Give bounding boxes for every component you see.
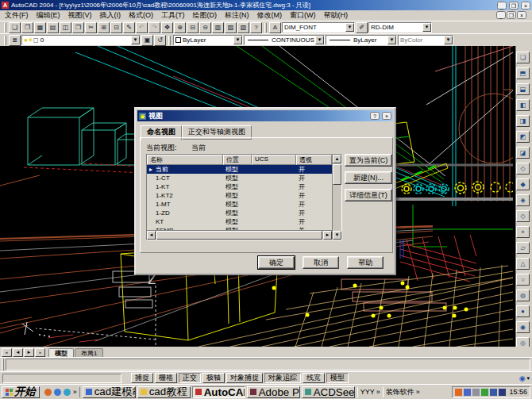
menu-item[interactable]: 绘图(D): [189, 10, 222, 21]
open-file-button[interactable]: ❐: [21, 22, 33, 33]
taskbar-toolbar[interactable]: 装饰软件»: [383, 387, 422, 397]
toolbar-overflow-icon[interactable]: »: [376, 388, 380, 396]
chevron-down-icon[interactable]: ▼: [345, 23, 354, 32]
column-perspective[interactable]: 透视: [296, 155, 332, 165]
gouraud-shaded-button[interactable]: ●: [516, 305, 530, 317]
status-toggle-button[interactable]: 极轴: [202, 373, 225, 383]
redo-button[interactable]: ↷: [148, 22, 160, 33]
toolbar-grip[interactable]: [264, 23, 267, 33]
left-view-button[interactable]: ◧: [516, 99, 530, 111]
toolbar-grip[interactable]: [168, 36, 171, 45]
command-line-grip[interactable]: [2, 359, 4, 370]
linetype-combo[interactable]: CONTINUOUS ▼: [244, 35, 325, 45]
sheet-tab[interactable]: 布局1: [75, 348, 103, 357]
horizontal-scrollbar[interactable]: ◄ ►: [147, 230, 332, 240]
sw-isometric-button[interactable]: ◇: [516, 163, 530, 175]
plot-preview-button[interactable]: ◫: [60, 22, 71, 33]
camera-button[interactable]: ⌖: [516, 226, 530, 238]
chevron-down-icon[interactable]: ▼: [315, 36, 324, 44]
help-button[interactable]: 帮助: [347, 256, 384, 269]
status-toggle-button[interactable]: 对象捕捉: [226, 373, 263, 383]
menu-item[interactable]: 编辑(E): [33, 10, 64, 21]
layer-manager-button[interactable]: ≣: [9, 35, 21, 46]
right-view-button[interactable]: ◨: [516, 115, 530, 127]
doc-restore-button[interactable]: ❐: [507, 11, 516, 19]
pan-realtime-button[interactable]: ✥: [161, 22, 173, 33]
taskbar-task-button[interactable]: Adobe Photo...: [247, 386, 300, 398]
dialog-help-button[interactable]: ?: [370, 112, 380, 120]
view-list-row[interactable]: 1-MT 模型 开: [147, 200, 332, 209]
tray-6[interactable]: [499, 389, 506, 396]
prev-tab-button[interactable]: ◄: [13, 348, 23, 357]
menu-item[interactable]: 工具(T): [157, 10, 189, 21]
bottom-view-button[interactable]: ⬓: [516, 83, 530, 95]
taskbar-task-button[interactable]: AutoCAD 200...: [192, 386, 245, 398]
dim-style-combo[interactable]: RD-DIM ▼: [368, 22, 432, 33]
toolbar-grip[interactable]: [4, 36, 6, 45]
close-button[interactable]: ×: [521, 2, 530, 10]
menu-item[interactable]: 标注(N): [221, 10, 253, 21]
copy-button[interactable]: ⊞: [98, 22, 110, 33]
back-view-button[interactable]: ◪: [516, 147, 530, 159]
tool-palettes-button[interactable]: ▧: [237, 22, 249, 33]
zoom-window-button[interactable]: ⊟: [187, 22, 199, 33]
tray-2[interactable]: [464, 389, 471, 396]
column-name[interactable]: 名称: [147, 155, 223, 165]
gouraud-edges-button[interactable]: ◎: [516, 337, 530, 347]
restore-button[interactable]: ❐: [509, 2, 519, 10]
scroll-up-icon[interactable]: ▲: [333, 155, 341, 163]
chevron-down-icon[interactable]: ▼: [422, 23, 431, 32]
zoom-previous-button[interactable]: ⊖: [199, 22, 211, 33]
color-combo[interactable]: ByLayer ▼: [173, 35, 243, 45]
view-list-row[interactable]: ▸当前 模型 开: [147, 165, 332, 174]
view-list-row[interactable]: 1-KT 模型 开: [147, 182, 332, 191]
scroll-left-icon[interactable]: ◄: [147, 231, 156, 240]
tray-5[interactable]: [490, 389, 497, 396]
first-tab-button[interactable]: «: [2, 348, 12, 357]
view-list-row[interactable]: KT 模型 开: [147, 217, 332, 226]
scroll-down-icon[interactable]: ▼: [333, 231, 341, 240]
quick-launch-3[interactable]: [64, 389, 71, 396]
menu-item[interactable]: 格式(O): [125, 10, 157, 21]
details-button[interactable]: 详细信息(T): [345, 189, 392, 201]
hidden-lines-button[interactable]: ○: [516, 274, 530, 286]
status-toggle-button[interactable]: 对象追踪: [264, 373, 301, 383]
next-tab-button[interactable]: ►: [24, 348, 34, 357]
layer-previous-button[interactable]: ↺: [154, 35, 166, 46]
paste-button[interactable]: ⊡: [110, 22, 122, 33]
se-isometric-button[interactable]: ◆: [516, 178, 530, 190]
designcenter-button[interactable]: ▨: [225, 22, 237, 33]
tray-1[interactable]: [455, 389, 462, 396]
tray-3[interactable]: [472, 389, 480, 396]
taskbar-toolbar[interactable]: YYY»: [357, 387, 383, 397]
scrollbar-thumb[interactable]: [156, 231, 322, 240]
plotstyle-combo[interactable]: ByColor ▼: [398, 35, 453, 45]
match-properties-button[interactable]: ✎: [123, 22, 135, 33]
ok-button[interactable]: 确定: [258, 256, 295, 269]
dim-style-icon[interactable]: ✐: [356, 22, 368, 33]
view-list-row[interactable]: 1-ZD 模型 开: [147, 209, 332, 217]
nw-isometric-button[interactable]: ◇: [516, 210, 530, 222]
chevron-down-icon[interactable]: ▼: [233, 36, 242, 44]
doc-close-button[interactable]: ×: [517, 11, 526, 19]
flat-shaded-button[interactable]: ◍: [516, 290, 530, 301]
scroll-right-icon[interactable]: ►: [323, 231, 332, 240]
dialog-close-button[interactable]: ×: [382, 112, 391, 120]
new-view-button[interactable]: 新建(N)...: [345, 171, 392, 184]
view-list-row[interactable]: 1-KT2 模型 开: [147, 191, 332, 200]
plot-button[interactable]: ▤: [47, 22, 59, 33]
undo-button[interactable]: ↶: [136, 22, 148, 33]
chevron-down-icon[interactable]: ▼: [444, 36, 453, 44]
toolbar-overflow-icon[interactable]: »: [416, 388, 420, 396]
menu-item[interactable]: 插入(I): [96, 10, 125, 21]
dialog-title-bar[interactable]: ▣ 视图 ? ×: [137, 110, 393, 121]
taskbar-task-button[interactable]: cad建模教程...: [83, 386, 136, 398]
column-ucs[interactable]: UCS: [252, 155, 296, 165]
save-button[interactable]: ▦: [34, 22, 46, 33]
cut-button[interactable]: ✂: [85, 22, 97, 33]
set-current-button[interactable]: 置为当前(C): [345, 154, 392, 167]
menu-item[interactable]: 窗口(W): [286, 10, 320, 21]
help-button[interactable]: ?: [250, 22, 262, 33]
menu-item[interactable]: 修改(M): [253, 10, 287, 21]
new-file-button[interactable]: ❏: [9, 22, 21, 33]
